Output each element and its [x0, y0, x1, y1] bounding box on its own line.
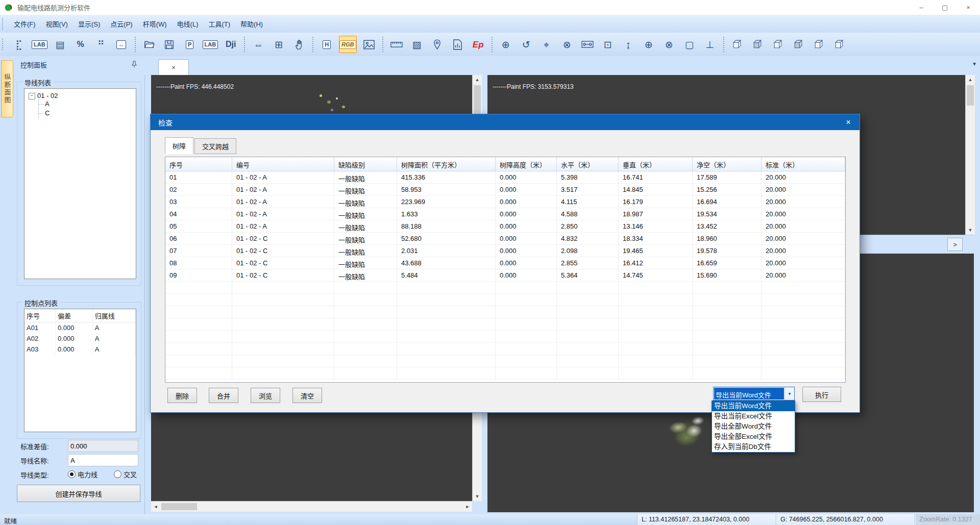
dropdown-option[interactable]: 存入到当前Db文件: [712, 442, 795, 452]
dropdown-option[interactable]: 导出当前Word文件: [712, 401, 795, 411]
side-tab-profile-view[interactable]: 纵断面图: [1, 60, 13, 117]
dropdown-option[interactable]: 导出全部Excel文件: [712, 432, 795, 442]
region-points-icon[interactable]: ⊡: [600, 36, 616, 53]
move-point-icon[interactable]: ⌖: [538, 36, 555, 53]
tree-root-node[interactable]: −01 - 02: [24, 89, 136, 99]
maximize-button[interactable]: ▢: [933, 0, 957, 15]
table-row[interactable]: 0301 - 02 - A一般缺陷223.9690.0004.11516.179…: [165, 196, 845, 208]
table-row[interactable]: 0501 - 02 - A一般缺陷88.1880.0002.85013.1461…: [165, 220, 845, 233]
table-row[interactable]: 0601 - 02 - C一般缺陷52.6800.0004.83218.3341…: [165, 233, 845, 245]
dialog-button[interactable]: 清空: [292, 388, 322, 403]
create-save-wire-button[interactable]: 创建并保存导线: [17, 485, 140, 502]
radio-crossing[interactable]: 交叉: [114, 469, 137, 479]
run-button[interactable]: 执行: [802, 387, 841, 402]
dialog-button[interactable]: 浏览: [251, 388, 280, 403]
menu-item[interactable]: 杆塔(W): [138, 17, 172, 31]
density-percent-icon[interactable]: %: [72, 36, 89, 53]
select-box-icon[interactable]: ▢: [681, 36, 698, 53]
cube-view-1-icon[interactable]: [729, 36, 746, 53]
left-viewport-hscrollbar[interactable]: ◄ ►: [151, 501, 472, 512]
dialog-button[interactable]: 合并: [209, 388, 238, 403]
pin-icon[interactable]: [130, 60, 138, 68]
table-row[interactable]: 0101 - 02 - A一般缺陷415.3360.0005.39816.741…: [165, 171, 845, 184]
table-header-row[interactable]: 序号编号缺陷级别树障面积（平方米）树障高度（米）水平（米）垂直（米）净空（米）标…: [165, 157, 845, 171]
right-viewport-vscrollbar[interactable]: ▲ ▼: [965, 75, 975, 235]
export-type-combobox[interactable]: 导出当前Word文件 ▾: [713, 387, 795, 401]
distance-segment-icon[interactable]: [579, 36, 596, 53]
close-button[interactable]: ×: [957, 0, 980, 15]
dialog-button[interactable]: 删除: [167, 388, 197, 403]
tree-child-node[interactable]: A: [38, 99, 136, 109]
column-header[interactable]: 净空（米）: [693, 157, 762, 171]
image-icon[interactable]: [361, 36, 377, 53]
scroll-up-icon[interactable]: ▲: [473, 75, 482, 84]
table-row[interactable]: 0701 - 02 - C一般缺陷2.0310.0002.09819.46519…: [165, 245, 845, 257]
column-header[interactable]: 标准（米）: [762, 157, 845, 171]
tile-layout-icon[interactable]: ⠛: [93, 36, 109, 53]
add-label-icon[interactable]: LAB: [31, 36, 48, 53]
undo-point-icon[interactable]: ↺: [518, 36, 534, 53]
column-header[interactable]: 序号: [165, 157, 232, 171]
table-row[interactable]: A020.000A: [24, 333, 136, 344]
measure-ruler-icon[interactable]: [388, 36, 405, 53]
column-header[interactable]: 树障高度（米）: [496, 157, 557, 171]
expand-panel-button[interactable]: >: [947, 238, 963, 251]
table-row[interactable]: 0801 - 02 - C一般缺陷43.6880.0002.85516.4121…: [165, 257, 845, 269]
table-row[interactable]: 0401 - 02 - A一般缺陷1.6330.0004.58818.98719…: [165, 208, 845, 220]
cube-view-2-icon[interactable]: [750, 36, 766, 53]
table-row[interactable]: 0201 - 02 - A一般缺陷58.9530.0003.51714.8451…: [165, 184, 845, 196]
scroll-up-icon[interactable]: ▲: [966, 75, 975, 84]
tree-child-node[interactable]: C: [38, 109, 136, 118]
control-point-table[interactable]: 序号偏差归属线A010.000AA020.000AA030.000A: [24, 309, 136, 432]
zoom-in-icon[interactable]: ⊕: [641, 36, 657, 53]
scroll-right-icon[interactable]: ►: [463, 502, 472, 511]
dialog-title-bar[interactable]: 检查 ×: [151, 114, 860, 130]
ep-icon[interactable]: Ep: [470, 36, 486, 53]
tree-expander-icon[interactable]: −: [29, 93, 35, 99]
menu-item[interactable]: 文件(F): [9, 17, 41, 31]
wire-tree[interactable]: −01 - 02 AC: [24, 88, 136, 279]
document-tab-close-icon[interactable]: ×: [172, 64, 176, 71]
lab-marker-icon[interactable]: LAB: [202, 36, 219, 53]
dialog-tab-active[interactable]: 树障: [165, 137, 193, 154]
dropdown-option[interactable]: 导出全部Word文件: [712, 421, 795, 432]
stamp-icon[interactable]: ▤: [52, 36, 68, 53]
cube-view-3-icon[interactable]: [770, 36, 787, 53]
column-header[interactable]: 垂直（米）: [619, 157, 693, 171]
scroll-down-icon[interactable]: ▼: [473, 492, 482, 501]
dropdown-option[interactable]: 导出当前Excel文件: [712, 411, 795, 421]
menu-item[interactable]: 电线(L): [172, 17, 204, 31]
scroll-down-icon[interactable]: ▼: [966, 226, 975, 235]
dialog-close-icon[interactable]: ×: [837, 114, 860, 130]
column-header[interactable]: 水平（米）: [557, 157, 619, 171]
location-pin-icon[interactable]: [429, 36, 446, 53]
menu-item[interactable]: 显示(S): [73, 17, 105, 31]
table-row[interactable]: A030.000A: [24, 344, 136, 355]
menu-item[interactable]: 视图(V): [41, 17, 73, 31]
dialog-tab[interactable]: 交叉跨越: [194, 138, 236, 154]
radio-power-line[interactable]: 电力线: [68, 469, 97, 479]
minimize-button[interactable]: –: [910, 0, 933, 15]
fit-window-icon[interactable]: ⊞: [271, 36, 287, 53]
fit-extents-icon[interactable]: ⇔: [250, 36, 266, 53]
table-row[interactable]: A010.000A: [24, 322, 136, 334]
combo-dropdown-icon[interactable]: ▾: [785, 387, 794, 400]
toolbar-overflow-chevron-icon[interactable]: ▾: [973, 60, 976, 67]
p-marker-icon[interactable]: P: [182, 36, 198, 53]
cube-view-5-icon[interactable]: [811, 36, 827, 53]
document-tab[interactable]: ×: [158, 59, 189, 76]
column-header[interactable]: 编号: [232, 157, 334, 171]
tree-obstacle-table[interactable]: 序号编号缺陷级别树障面积（平方米）树障高度（米）水平（米）垂直（米）净空（米）标…: [165, 157, 846, 383]
cube-view-6-icon[interactable]: [831, 36, 848, 53]
zoom-out-icon[interactable]: ⊗: [661, 36, 677, 53]
std-dev-field[interactable]: [68, 440, 138, 452]
open-folder-icon[interactable]: [141, 36, 157, 53]
menu-item[interactable]: 点云(P): [105, 17, 137, 31]
height-range-icon[interactable]: ↨: [620, 36, 636, 53]
height-mode-icon[interactable]: H: [318, 36, 335, 53]
scroll-left-icon[interactable]: ◄: [151, 502, 160, 511]
profile-points-icon[interactable]: ⣏: [11, 36, 27, 53]
horizontal-range-icon[interactable]: ↔: [113, 36, 130, 53]
dji-icon[interactable]: Dji: [223, 36, 239, 53]
add-point-icon[interactable]: ⊕: [498, 36, 514, 53]
